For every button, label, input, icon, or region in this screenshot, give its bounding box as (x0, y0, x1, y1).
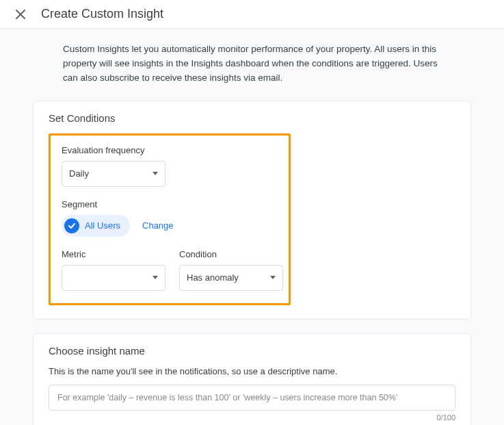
chevron-down-icon (152, 276, 158, 279)
chevron-down-icon (152, 172, 158, 175)
set-conditions-card: Set Conditions Evaluation frequency Dail… (33, 101, 471, 320)
name-intro: This is the name you'll see in the notif… (49, 366, 455, 376)
intro-text: Custom Insights let you automatically mo… (63, 42, 441, 86)
metric-dropdown[interactable] (62, 265, 165, 291)
segment-label: Segment (62, 199, 278, 209)
choose-name-title: Choose insight name (34, 334, 470, 366)
eval-frequency-dropdown[interactable]: Daily (62, 161, 165, 187)
eval-frequency-label: Evaluation frequency (62, 145, 278, 155)
set-conditions-title: Set Conditions (34, 101, 470, 133)
change-segment-link[interactable]: Change (142, 220, 174, 231)
check-icon (64, 218, 79, 233)
choose-name-card: Choose insight name This is the name you… (33, 333, 471, 425)
segment-chip[interactable]: All Users (62, 215, 130, 237)
page-title: Create Custom Insight (41, 7, 163, 21)
content-area: Custom Insights let you automatically mo… (0, 29, 504, 425)
insight-name-input[interactable] (49, 385, 455, 411)
condition-dropdown[interactable]: Has anomaly (179, 265, 283, 291)
dialog-header: Create Custom Insight (0, 0, 504, 29)
close-icon[interactable] (14, 8, 27, 21)
char-counter: 0/100 (49, 413, 455, 422)
conditions-highlight-box: Evaluation frequency Daily Segment All U… (49, 133, 291, 305)
chevron-down-icon (270, 276, 276, 279)
condition-value: Has anomaly (187, 272, 239, 283)
metric-label: Metric (62, 249, 165, 259)
condition-label: Condition (179, 249, 283, 259)
segment-chip-label: All Users (85, 220, 120, 231)
eval-frequency-value: Daily (69, 168, 89, 179)
